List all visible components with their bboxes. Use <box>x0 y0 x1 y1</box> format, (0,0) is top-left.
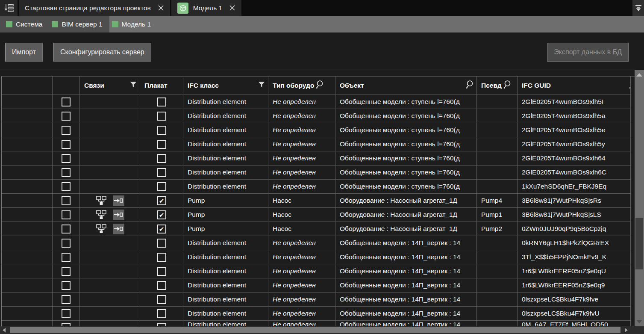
row-select-checkbox[interactable] <box>62 154 71 163</box>
row-select-checkbox[interactable] <box>62 112 71 121</box>
tab-start-page[interactable]: Стартовая страница редактора проектов <box>19 0 170 16</box>
goto-linked-object-button[interactable] <box>113 195 124 206</box>
equipment-type-cell: Не определен <box>268 307 335 321</box>
poster-checkbox[interactable] <box>157 98 166 106</box>
poster-checkbox[interactable] <box>157 295 166 304</box>
poster-checkbox[interactable] <box>157 140 166 149</box>
row-select-checkbox[interactable] <box>62 239 71 248</box>
relations-schema-icon[interactable] <box>96 224 107 234</box>
col-header-links[interactable]: Связи <box>80 77 140 95</box>
table-row[interactable]: Distribution element Не определен Обобще… <box>2 137 635 151</box>
scroll-right-icon[interactable] <box>625 328 628 332</box>
goto-linked-object-button[interactable] <box>113 210 124 220</box>
tab-close-icon[interactable] <box>158 5 164 11</box>
horizontal-scrollbar[interactable] <box>0 326 644 334</box>
col-header-object[interactable]: Объект <box>335 77 477 95</box>
row-select-checkbox[interactable] <box>62 225 71 234</box>
row-select-checkbox[interactable] <box>62 168 71 177</box>
relations-schema-icon[interactable] <box>96 210 107 220</box>
table-row[interactable]: Distribution element Не определен Обобще… <box>2 151 635 166</box>
col-header-alias[interactable]: Псевд <box>477 77 518 95</box>
poster-checkbox[interactable] <box>157 267 166 276</box>
vertical-scrollbar[interactable] <box>635 70 644 326</box>
row-select-checkbox[interactable] <box>62 140 71 149</box>
col-header-ifc-class[interactable]: IFC класс <box>183 77 268 95</box>
row-select-checkbox[interactable] <box>62 309 71 318</box>
scroll-left-icon[interactable] <box>3 328 6 332</box>
table-row[interactable]: Distribution element Не определен Обобще… <box>2 166 635 180</box>
poster-checkbox[interactable] <box>157 281 166 290</box>
table-row[interactable]: Distribution element Не определен Обобще… <box>2 95 635 109</box>
poster-checkbox[interactable] <box>157 126 166 135</box>
row-select-checkbox[interactable] <box>62 196 71 205</box>
tab-close-icon[interactable] <box>229 5 235 11</box>
poster-checkbox[interactable] <box>157 196 166 205</box>
configure-server-button[interactable]: Сконфигурировать сервер <box>53 43 151 62</box>
table-row[interactable]: Pump Насос Оборудование : Насосный агрег… <box>2 194 635 208</box>
search-icon[interactable] <box>315 80 323 91</box>
row-select-checkbox[interactable] <box>62 323 71 326</box>
table-row[interactable]: Distribution element Не определен Обобще… <box>2 236 635 250</box>
breadcrumb-item-system[interactable]: Система <box>6 21 42 28</box>
poster-cell <box>140 180 183 194</box>
table-row[interactable]: Distribution element Не определен Обобще… <box>2 264 635 278</box>
table-row[interactable]: Distribution element Не определен Обобще… <box>2 180 635 194</box>
links-cell <box>80 180 140 194</box>
row-select-checkbox[interactable] <box>62 281 71 290</box>
poster-checkbox[interactable] <box>157 309 166 318</box>
goto-linked-object-button[interactable] <box>113 224 124 234</box>
import-button[interactable]: Импорт <box>5 43 43 62</box>
filter-icon[interactable] <box>258 82 265 90</box>
row-select-checkbox[interactable] <box>62 182 71 191</box>
links-cell <box>80 264 140 278</box>
row-select-checkbox[interactable] <box>62 98 71 106</box>
scroll-to-tab-button[interactable] <box>0 0 18 16</box>
search-icon[interactable] <box>628 80 631 91</box>
search-icon[interactable] <box>465 80 473 91</box>
dock-panel-button[interactable] <box>632 0 644 16</box>
poster-checkbox[interactable] <box>157 182 166 191</box>
tab-model-1[interactable]: Модель 1 <box>171 0 242 16</box>
breadcrumb-item-model-1[interactable]: Модель 1 <box>112 21 151 28</box>
row-select-checkbox[interactable] <box>62 210 71 219</box>
col-header-equipment-type[interactable]: Тип оборудо <box>268 77 335 95</box>
breadcrumb-label: Модель 1 <box>122 21 151 28</box>
row-select-checkbox[interactable] <box>62 126 71 135</box>
table-row[interactable]: Pump Насос Оборудование : Насосный агрег… <box>2 208 635 222</box>
table-row[interactable]: Distribution element Не определен Обобще… <box>2 123 635 137</box>
table-row[interactable]: Distribution element Не определен Обобще… <box>2 278 635 293</box>
poster-checkbox[interactable] <box>157 225 166 234</box>
filter-icon[interactable] <box>130 82 137 90</box>
poster-checkbox[interactable] <box>157 168 166 177</box>
poster-checkbox[interactable] <box>157 253 166 262</box>
breadcrumb-item-bim-server[interactable]: BIM сервер 1 <box>52 21 102 28</box>
scroll-down-icon[interactable] <box>636 320 642 323</box>
poster-checkbox[interactable] <box>157 323 166 326</box>
table-row[interactable]: Distribution element Не определен Обобще… <box>2 321 635 326</box>
table-row[interactable]: Distribution element Не определен Обобще… <box>2 250 635 264</box>
row-select-checkbox[interactable] <box>62 267 71 276</box>
poster-checkbox[interactable] <box>157 154 166 163</box>
row-select-checkbox[interactable] <box>62 253 71 262</box>
scroll-up-icon[interactable] <box>636 73 642 77</box>
export-to-db-button[interactable]: Экспорт данных в БД <box>547 43 629 62</box>
col-header-guid[interactable]: IFC GUID <box>518 77 631 95</box>
row-select-checkbox[interactable] <box>62 295 71 304</box>
col-header-poster[interactable]: Плакат <box>140 77 183 95</box>
table-row[interactable]: Distribution element Не определен Обобще… <box>2 293 635 307</box>
alias-cell: Pump4 <box>477 194 518 208</box>
table-row[interactable]: Pump Насос Оборудование : Насосный агрег… <box>2 222 635 236</box>
poster-checkbox[interactable] <box>157 239 166 248</box>
poster-checkbox[interactable] <box>157 210 166 219</box>
ifc-class-cell: Distribution element <box>183 293 268 307</box>
vertical-scroll-thumb[interactable] <box>635 218 643 269</box>
relations-schema-icon[interactable] <box>96 195 107 206</box>
table-row[interactable]: Distribution element Не определен Обобще… <box>2 307 635 321</box>
horizontal-scroll-thumb[interactable] <box>10 327 620 333</box>
equipment-type-cell: Не определен <box>268 321 335 326</box>
search-icon[interactable] <box>503 80 511 91</box>
object-cell: Обобщенные модели : ступень l=760(д <box>335 95 477 109</box>
table-row[interactable]: Distribution element Не определен Обобще… <box>2 109 635 123</box>
poster-checkbox[interactable] <box>157 112 166 121</box>
row-header-cell <box>2 137 53 151</box>
